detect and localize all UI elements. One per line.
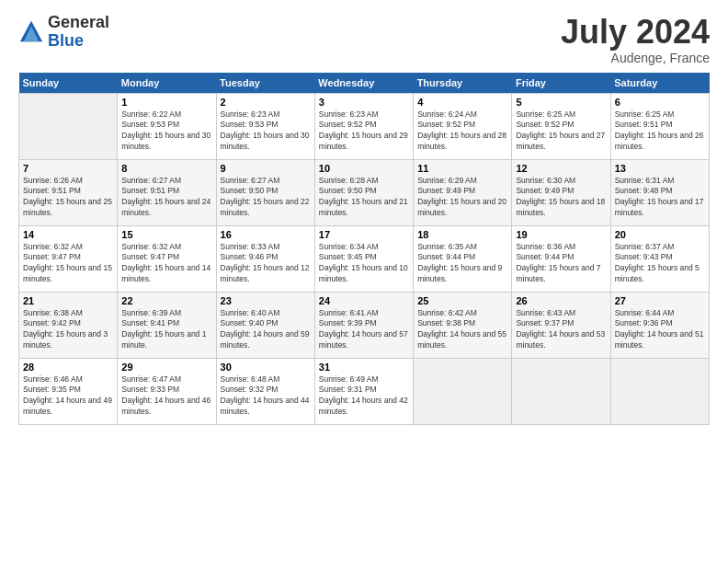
- day-info: Sunrise: 6:40 AMSunset: 9:40 PMDaylight:…: [221, 308, 311, 352]
- table-row: 16Sunrise: 6:33 AMSunset: 9:46 PMDayligh…: [216, 225, 314, 292]
- header: General Blue July 2024 Audenge, France: [18, 14, 710, 65]
- day-number: 19: [516, 229, 606, 240]
- table-row: 6Sunrise: 6:25 AMSunset: 9:51 PMDaylight…: [610, 93, 709, 159]
- day-number: 28: [23, 362, 113, 373]
- table-row: 24Sunrise: 6:41 AMSunset: 9:39 PMDayligh…: [314, 292, 413, 358]
- day-info: Sunrise: 6:37 AMSunset: 9:43 PMDaylight:…: [615, 242, 705, 286]
- table-row: 3Sunrise: 6:23 AMSunset: 9:52 PMDaylight…: [314, 93, 413, 159]
- table-row: [512, 358, 610, 424]
- col-friday: Friday: [512, 73, 610, 94]
- table-row: 12Sunrise: 6:30 AMSunset: 9:49 PMDayligh…: [512, 159, 610, 225]
- col-monday: Monday: [118, 73, 216, 94]
- day-info: Sunrise: 6:36 AMSunset: 9:44 PMDaylight:…: [516, 242, 606, 286]
- col-thursday: Thursday: [414, 73, 512, 94]
- table-row: 14Sunrise: 6:32 AMSunset: 9:47 PMDayligh…: [19, 225, 118, 292]
- day-info: Sunrise: 6:46 AMSunset: 9:35 PMDaylight:…: [23, 374, 113, 419]
- day-info: Sunrise: 6:22 AMSunset: 9:53 PMDaylight:…: [121, 109, 211, 154]
- day-info: Sunrise: 6:25 AMSunset: 9:51 PMDaylight:…: [615, 109, 705, 154]
- col-sunday: Sunday: [19, 73, 118, 94]
- day-number: 20: [615, 229, 705, 240]
- table-row: 10Sunrise: 6:28 AMSunset: 9:50 PMDayligh…: [314, 159, 413, 225]
- day-number: 3: [319, 97, 409, 108]
- table-row: 4Sunrise: 6:24 AMSunset: 9:52 PMDaylight…: [414, 93, 512, 159]
- table-row: 7Sunrise: 6:26 AMSunset: 9:51 PMDaylight…: [19, 159, 118, 225]
- day-info: Sunrise: 6:32 AMSunset: 9:47 PMDaylight:…: [23, 242, 113, 286]
- table-row: 26Sunrise: 6:43 AMSunset: 9:37 PMDayligh…: [512, 292, 610, 358]
- table-row: [414, 358, 512, 424]
- table-row: 31Sunrise: 6:49 AMSunset: 9:31 PMDayligh…: [314, 358, 413, 424]
- day-info: Sunrise: 6:41 AMSunset: 9:39 PMDaylight:…: [319, 308, 409, 352]
- day-number: 5: [516, 97, 606, 108]
- day-number: 16: [221, 229, 311, 240]
- day-number: 10: [319, 163, 409, 174]
- calendar-week-row: 28Sunrise: 6:46 AMSunset: 9:35 PMDayligh…: [19, 358, 710, 424]
- col-tuesday: Tuesday: [216, 73, 314, 94]
- table-row: 27Sunrise: 6:44 AMSunset: 9:36 PMDayligh…: [610, 292, 709, 358]
- calendar-table: Sunday Monday Tuesday Wednesday Thursday…: [18, 73, 710, 425]
- day-info: Sunrise: 6:27 AMSunset: 9:50 PMDaylight:…: [221, 176, 311, 220]
- logo-icon: [18, 19, 44, 45]
- table-row: 23Sunrise: 6:40 AMSunset: 9:40 PMDayligh…: [216, 292, 314, 358]
- table-row: 30Sunrise: 6:48 AMSunset: 9:32 PMDayligh…: [216, 358, 314, 424]
- day-number: 29: [121, 362, 211, 373]
- day-number: 2: [221, 97, 311, 108]
- day-number: 9: [221, 163, 311, 174]
- day-number: 25: [417, 295, 507, 306]
- table-row: 15Sunrise: 6:32 AMSunset: 9:47 PMDayligh…: [118, 225, 216, 292]
- table-row: 9Sunrise: 6:27 AMSunset: 9:50 PMDaylight…: [216, 159, 314, 225]
- day-info: Sunrise: 6:49 AMSunset: 9:31 PMDaylight:…: [319, 374, 409, 419]
- day-info: Sunrise: 6:39 AMSunset: 9:41 PMDaylight:…: [121, 308, 211, 352]
- calendar-week-row: 7Sunrise: 6:26 AMSunset: 9:51 PMDaylight…: [19, 159, 710, 225]
- table-row: 22Sunrise: 6:39 AMSunset: 9:41 PMDayligh…: [118, 292, 216, 358]
- month-title: July 2024: [561, 14, 710, 51]
- day-number: 7: [23, 163, 113, 174]
- calendar-week-row: 21Sunrise: 6:38 AMSunset: 9:42 PMDayligh…: [19, 292, 710, 358]
- day-info: Sunrise: 6:27 AMSunset: 9:51 PMDaylight:…: [121, 176, 211, 220]
- day-number: 4: [417, 97, 507, 108]
- table-row: 29Sunrise: 6:47 AMSunset: 9:33 PMDayligh…: [118, 358, 216, 424]
- table-row: 18Sunrise: 6:35 AMSunset: 9:44 PMDayligh…: [414, 225, 512, 292]
- logo-general: General: [48, 13, 109, 31]
- day-number: 21: [23, 295, 113, 306]
- day-info: Sunrise: 6:30 AMSunset: 9:49 PMDaylight:…: [516, 176, 606, 220]
- day-info: Sunrise: 6:31 AMSunset: 9:48 PMDaylight:…: [615, 176, 705, 220]
- table-row: 20Sunrise: 6:37 AMSunset: 9:43 PMDayligh…: [610, 225, 709, 292]
- day-info: Sunrise: 6:23 AMSunset: 9:52 PMDaylight:…: [319, 109, 409, 154]
- day-number: 23: [221, 295, 311, 306]
- table-row: 5Sunrise: 6:25 AMSunset: 9:52 PMDaylight…: [512, 93, 610, 159]
- calendar-week-row: 1Sunrise: 6:22 AMSunset: 9:53 PMDaylight…: [19, 93, 710, 159]
- table-row: 19Sunrise: 6:36 AMSunset: 9:44 PMDayligh…: [512, 225, 610, 292]
- day-number: 11: [417, 163, 507, 174]
- day-number: 24: [319, 295, 409, 306]
- day-info: Sunrise: 6:29 AMSunset: 9:49 PMDaylight:…: [417, 176, 507, 220]
- day-number: 15: [121, 229, 211, 240]
- day-number: 13: [615, 163, 705, 174]
- day-info: Sunrise: 6:25 AMSunset: 9:52 PMDaylight:…: [516, 109, 606, 154]
- day-number: 8: [121, 163, 211, 174]
- col-wednesday: Wednesday: [314, 73, 413, 94]
- day-info: Sunrise: 6:26 AMSunset: 9:51 PMDaylight:…: [23, 176, 113, 220]
- day-info: Sunrise: 6:48 AMSunset: 9:32 PMDaylight:…: [221, 374, 311, 419]
- day-info: Sunrise: 6:34 AMSunset: 9:45 PMDaylight:…: [319, 242, 409, 286]
- day-info: Sunrise: 6:23 AMSunset: 9:53 PMDaylight:…: [221, 109, 311, 154]
- day-info: Sunrise: 6:32 AMSunset: 9:47 PMDaylight:…: [121, 242, 211, 286]
- logo-blue: Blue: [48, 31, 84, 50]
- day-number: 22: [121, 295, 211, 306]
- table-row: 11Sunrise: 6:29 AMSunset: 9:49 PMDayligh…: [414, 159, 512, 225]
- day-info: Sunrise: 6:28 AMSunset: 9:50 PMDaylight:…: [319, 176, 409, 220]
- title-block: July 2024 Audenge, France: [561, 14, 710, 65]
- day-number: 12: [516, 163, 606, 174]
- calendar-week-row: 14Sunrise: 6:32 AMSunset: 9:47 PMDayligh…: [19, 225, 710, 292]
- table-row: [19, 93, 118, 159]
- day-number: 26: [516, 295, 606, 306]
- table-row: 17Sunrise: 6:34 AMSunset: 9:45 PMDayligh…: [314, 225, 413, 292]
- day-info: Sunrise: 6:43 AMSunset: 9:37 PMDaylight:…: [516, 308, 606, 352]
- day-info: Sunrise: 6:33 AMSunset: 9:46 PMDaylight:…: [221, 242, 311, 286]
- table-row: 2Sunrise: 6:23 AMSunset: 9:53 PMDaylight…: [216, 93, 314, 159]
- table-row: 13Sunrise: 6:31 AMSunset: 9:48 PMDayligh…: [610, 159, 709, 225]
- calendar-header-row: Sunday Monday Tuesday Wednesday Thursday…: [19, 73, 710, 94]
- day-info: Sunrise: 6:42 AMSunset: 9:38 PMDaylight:…: [417, 308, 507, 352]
- day-number: 14: [23, 229, 113, 240]
- logo: General Blue: [18, 14, 109, 51]
- day-info: Sunrise: 6:35 AMSunset: 9:44 PMDaylight:…: [417, 242, 507, 286]
